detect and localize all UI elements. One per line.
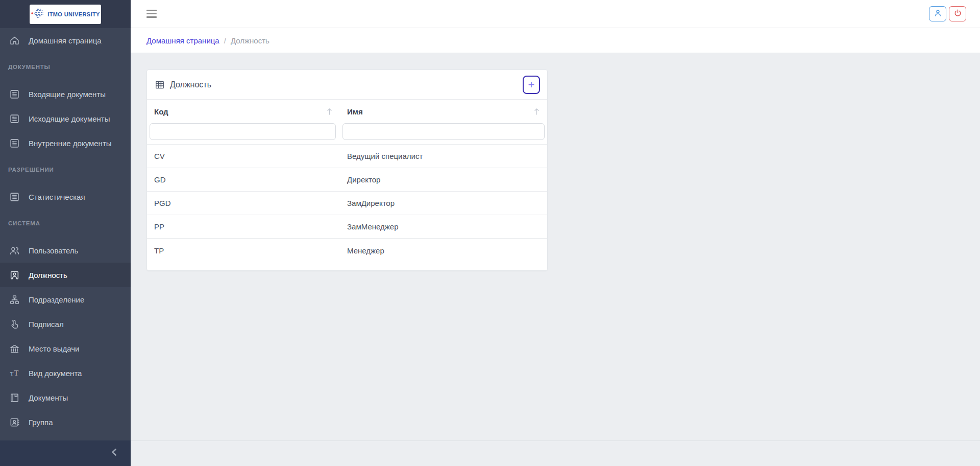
itmo-logo[interactable]: ITMO UNIVERSITY — [30, 5, 101, 24]
user-icon — [934, 9, 942, 19]
document-lines-icon — [9, 192, 20, 202]
sidebar-item-user[interactable]: Пользователь — [0, 238, 131, 263]
content-area: Должность + Код Имя — [131, 53, 980, 440]
cell-name: Ведущий специалист — [340, 152, 547, 160]
cell-code: PP — [147, 222, 340, 231]
topbar — [131, 0, 980, 28]
itmo-logo-text: ITMO UNIVERSITY — [47, 11, 100, 17]
sidebar-item-label: Вид документа — [29, 369, 82, 378]
section-title-documents: ДОКУМЕНТЫ — [0, 61, 131, 73]
table-row[interactable]: TP Менеджер — [147, 239, 547, 262]
breadcrumb-separator: / — [224, 36, 226, 45]
bank-icon — [9, 343, 20, 354]
sidebar-item-department[interactable]: Подразделение — [0, 287, 131, 312]
table-row[interactable]: PP ЗамМенеджер — [147, 215, 547, 239]
table-row[interactable]: GD Директор — [147, 168, 547, 192]
cell-name: ЗамДиректор — [340, 199, 547, 207]
home-icon — [9, 35, 20, 46]
main-footer — [131, 440, 980, 466]
add-record-button[interactable]: + — [523, 76, 540, 94]
sidebar-item-statistical[interactable]: Статистическая — [0, 184, 131, 209]
breadcrumb: Домашняя страница / Должность — [131, 28, 980, 53]
sidebar-item-label: Должность — [29, 271, 67, 279]
column-header-name[interactable]: Имя — [340, 107, 547, 116]
sidebar-item-label: Входящие документы — [29, 90, 106, 99]
sidebar-item-signed[interactable]: Подписал — [0, 312, 131, 336]
profile-button[interactable] — [929, 6, 946, 21]
badge-person-icon — [9, 270, 20, 281]
document-lines-icon — [9, 89, 20, 100]
cell-name: Директор — [340, 175, 547, 184]
sidebar-item-label: Домашняя страница — [29, 36, 102, 45]
sidebar-item-label: Документы — [29, 393, 68, 402]
section-title-system: СИСТЕМА — [0, 217, 131, 229]
sidebar-item-label: Пользователь — [29, 246, 78, 255]
hamburger-icon — [146, 10, 157, 11]
sidebar-menu: Домашняя страница ДОКУМЕНТЫ Входящие док… — [0, 28, 131, 440]
hand-click-icon — [9, 319, 20, 330]
card-header: Должность + — [147, 70, 547, 100]
breadcrumb-current: Должность — [231, 36, 270, 45]
cell-code: TP — [147, 246, 340, 255]
sidebar-item-documents[interactable]: Документы — [0, 385, 131, 410]
document-lines-icon — [9, 113, 20, 124]
sidebar-item-label: Статистическая — [29, 193, 85, 201]
contacts-icon — [9, 417, 20, 428]
filter-row — [147, 123, 547, 145]
cell-name: Менеджер — [340, 246, 547, 255]
sidebar-item-internal-documents[interactable]: Внутренние документы — [0, 131, 131, 155]
logout-button[interactable] — [949, 6, 966, 21]
sidebar: ITMO UNIVERSITY Домашняя страница ДОКУМЕ… — [0, 0, 131, 466]
column-header-code[interactable]: Код — [147, 107, 340, 116]
sidebar-collapse-button[interactable] — [0, 440, 131, 466]
sidebar-item-document-type[interactable]: тТ Вид документа — [0, 361, 131, 385]
sidebar-item-label: Подписал — [29, 320, 64, 329]
sidebar-item-outgoing-documents[interactable]: Исходящие документы — [0, 106, 131, 131]
topbar-actions — [929, 6, 966, 21]
sidebar-item-label: Исходящие документы — [29, 114, 110, 123]
sidebar-item-label: Группа — [29, 418, 53, 427]
sidebar-item-label: Место выдачи — [29, 344, 79, 353]
cell-code: CV — [147, 152, 340, 160]
document-lines-icon — [9, 138, 20, 149]
sidebar-item-label: Подразделение — [29, 295, 84, 304]
sidebar-item-group[interactable]: Группа — [0, 410, 131, 434]
table-row[interactable]: CV Ведущий специалист — [147, 145, 547, 168]
power-icon — [953, 9, 962, 19]
table-grid-icon — [155, 80, 165, 90]
sidebar-header: ITMO UNIVERSITY — [0, 0, 131, 28]
book-icon — [9, 392, 20, 403]
cell-code: PGD — [147, 199, 340, 207]
sidebar-item-label: Внутренние документы — [29, 139, 112, 148]
table-header-row: Код Имя — [147, 100, 547, 123]
cell-code: GD — [147, 175, 340, 184]
itmo-logo-dots-icon — [31, 8, 44, 21]
positions-card: Должность + Код Имя — [146, 69, 548, 271]
sidebar-item-position[interactable]: Должность — [0, 263, 131, 287]
sidebar-item-home[interactable]: Домашняя страница — [0, 28, 131, 53]
sort-asc-icon[interactable] — [326, 107, 333, 116]
app-root: ITMO UNIVERSITY Домашняя страница ДОКУМЕ… — [0, 0, 980, 466]
cell-name: ЗамМенеджер — [340, 222, 547, 231]
menu-toggle-button[interactable] — [146, 8, 160, 19]
code-filter-input[interactable] — [150, 123, 336, 140]
users-icon — [9, 245, 20, 256]
section-title-permissions: РАЗРЕШЕНИИ — [0, 164, 131, 176]
main-area: Домашняя страница / Должность Должность … — [131, 0, 980, 466]
sort-asc-icon[interactable] — [533, 107, 540, 116]
table-row[interactable]: PGD ЗамДиректор — [147, 192, 547, 215]
org-chart-icon — [9, 294, 20, 305]
sidebar-item-issue-place[interactable]: Место выдачи — [0, 336, 131, 361]
table-body: CV Ведущий специалист GD Директор PGD За… — [147, 145, 547, 262]
sidebar-item-incoming-documents[interactable]: Входящие документы — [0, 82, 131, 106]
text-type-icon: тТ — [9, 368, 20, 379]
chevron-left-icon — [109, 447, 119, 459]
card-title: Должность — [170, 80, 211, 89]
name-filter-input[interactable] — [342, 123, 545, 140]
breadcrumb-home-link[interactable]: Домашняя страница — [146, 36, 219, 45]
